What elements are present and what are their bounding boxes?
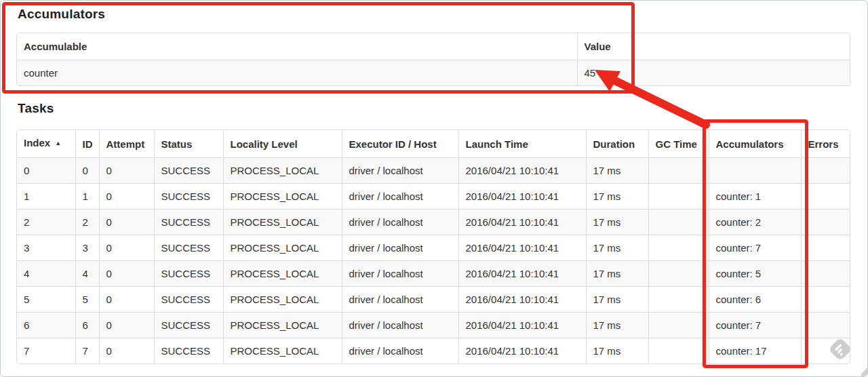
task-row: 7 7 0 SUCCESS PROCESS_LOCAL driver / loc… bbox=[17, 338, 850, 364]
tasks-heading: Tasks bbox=[18, 101, 54, 116]
task-attempt-cell: 0 bbox=[99, 158, 154, 184]
task-accumulators-cell: counter: 7 bbox=[709, 235, 801, 261]
task-launch-time-cell: 2016/04/21 10:10:41 bbox=[458, 287, 586, 313]
locality-level-column-header[interactable]: Locality Level bbox=[223, 130, 342, 158]
task-locality-cell: PROCESS_LOCAL bbox=[223, 184, 342, 210]
task-status-cell: SUCCESS bbox=[154, 287, 223, 313]
attempt-column-header[interactable]: Attempt bbox=[99, 130, 154, 158]
task-status-cell: SUCCESS bbox=[154, 313, 223, 338]
task-locality-cell: PROCESS_LOCAL bbox=[223, 313, 342, 338]
task-status-cell: SUCCESS bbox=[154, 184, 223, 210]
task-id-cell: 7 bbox=[75, 338, 99, 364]
task-locality-cell: PROCESS_LOCAL bbox=[223, 235, 342, 261]
task-id-cell: 6 bbox=[75, 313, 99, 338]
task-id-cell: 4 bbox=[75, 261, 99, 287]
task-row: 5 5 0 SUCCESS PROCESS_LOCAL driver / loc… bbox=[17, 287, 850, 313]
task-launch-time-cell: 2016/04/21 10:10:41 bbox=[458, 184, 586, 210]
task-locality-cell: PROCESS_LOCAL bbox=[223, 158, 342, 184]
task-duration-cell: 17 ms bbox=[586, 287, 648, 313]
task-locality-cell: PROCESS_LOCAL bbox=[223, 287, 342, 313]
accumulable-value-cell: 45 bbox=[577, 60, 850, 85]
task-errors-cell bbox=[801, 235, 850, 261]
task-index-cell: 4 bbox=[17, 261, 75, 287]
task-accumulators-cell: counter: 2 bbox=[709, 210, 801, 235]
task-attempt-cell: 0 bbox=[99, 210, 154, 235]
task-index-cell: 6 bbox=[17, 313, 75, 338]
spark-ui-stage-page: Accumulators Accumulable Value counter 4… bbox=[0, 0, 868, 377]
index-column-header[interactable]: Index▲ bbox=[17, 130, 75, 158]
accumulators-heading: Accumulators bbox=[18, 7, 105, 22]
task-errors-cell bbox=[801, 287, 850, 313]
task-accumulators-cell: counter: 1 bbox=[709, 184, 801, 210]
accumulable-name-cell: counter bbox=[17, 60, 577, 85]
accumulators-column-header[interactable]: Accumulators bbox=[709, 130, 801, 158]
task-id-cell: 2 bbox=[75, 210, 99, 235]
task-status-cell: SUCCESS bbox=[154, 261, 223, 287]
task-errors-cell bbox=[801, 158, 850, 184]
task-index-cell: 2 bbox=[17, 210, 75, 235]
task-row: 2 2 0 SUCCESS PROCESS_LOCAL driver / loc… bbox=[17, 210, 850, 235]
task-attempt-cell: 0 bbox=[99, 235, 154, 261]
task-gc-time-cell bbox=[648, 313, 709, 338]
task-errors-cell bbox=[801, 210, 850, 235]
task-id-cell: 0 bbox=[75, 158, 99, 184]
task-executor-cell: driver / localhost bbox=[342, 287, 458, 313]
task-launch-time-cell: 2016/04/21 10:10:41 bbox=[458, 235, 586, 261]
duration-column-header[interactable]: Duration bbox=[586, 130, 648, 158]
task-accumulators-cell bbox=[709, 158, 801, 184]
task-gc-time-cell bbox=[648, 287, 709, 313]
task-index-cell: 7 bbox=[17, 338, 75, 364]
task-row: 4 4 0 SUCCESS PROCESS_LOCAL driver / loc… bbox=[17, 261, 850, 287]
task-index-cell: 5 bbox=[17, 287, 75, 313]
task-gc-time-cell bbox=[648, 210, 709, 235]
task-launch-time-cell: 2016/04/21 10:10:41 bbox=[458, 313, 586, 338]
partial-watermark-icon bbox=[860, 366, 868, 377]
tasks-table: Index▲ ID Attempt Status Locality Level … bbox=[16, 130, 850, 364]
task-launch-time-cell: 2016/04/21 10:10:41 bbox=[458, 158, 586, 184]
task-duration-cell: 17 ms bbox=[586, 235, 648, 261]
task-id-cell: 1 bbox=[75, 184, 99, 210]
accumulable-column-header: Accumulable bbox=[17, 33, 577, 60]
gc-time-column-header[interactable]: GC Time bbox=[648, 130, 709, 158]
task-locality-cell: PROCESS_LOCAL bbox=[223, 210, 342, 235]
task-duration-cell: 17 ms bbox=[586, 158, 648, 184]
task-accumulators-cell: counter: 7 bbox=[709, 313, 801, 338]
task-executor-cell: driver / localhost bbox=[342, 235, 458, 261]
accumulators-table-header-row: Accumulable Value bbox=[17, 33, 850, 60]
status-column-header[interactable]: Status bbox=[154, 130, 223, 158]
sort-ascending-icon: ▲ bbox=[55, 140, 61, 146]
task-status-cell: SUCCESS bbox=[154, 210, 223, 235]
task-errors-cell bbox=[801, 313, 850, 338]
task-attempt-cell: 0 bbox=[99, 184, 154, 210]
task-launch-time-cell: 2016/04/21 10:10:41 bbox=[458, 338, 586, 364]
task-gc-time-cell bbox=[648, 184, 709, 210]
task-launch-time-cell: 2016/04/21 10:10:41 bbox=[458, 210, 586, 235]
launch-time-column-header[interactable]: Launch Time bbox=[458, 130, 586, 158]
task-duration-cell: 17 ms bbox=[586, 313, 648, 338]
task-status-cell: SUCCESS bbox=[154, 338, 223, 364]
accumulators-table: Accumulable Value counter 45 bbox=[16, 33, 850, 86]
task-id-cell: 5 bbox=[75, 287, 99, 313]
task-gc-time-cell bbox=[648, 158, 709, 184]
task-row: 6 6 0 SUCCESS PROCESS_LOCAL driver / loc… bbox=[17, 313, 850, 338]
accumulator-row: counter 45 bbox=[17, 60, 850, 85]
task-row: 3 3 0 SUCCESS PROCESS_LOCAL driver / loc… bbox=[17, 235, 850, 261]
task-locality-cell: PROCESS_LOCAL bbox=[223, 261, 342, 287]
task-errors-cell bbox=[801, 261, 850, 287]
feedly-watermark-icon bbox=[827, 336, 853, 365]
id-column-header[interactable]: ID bbox=[75, 130, 99, 158]
errors-column-header[interactable]: Errors bbox=[801, 130, 850, 158]
task-attempt-cell: 0 bbox=[99, 261, 154, 287]
task-executor-cell: driver / localhost bbox=[342, 338, 458, 364]
task-duration-cell: 17 ms bbox=[586, 261, 648, 287]
task-index-cell: 3 bbox=[17, 235, 75, 261]
task-accumulators-cell: counter: 5 bbox=[709, 261, 801, 287]
task-duration-cell: 17 ms bbox=[586, 338, 648, 364]
task-row: 0 0 0 SUCCESS PROCESS_LOCAL driver / loc… bbox=[17, 158, 850, 184]
task-index-cell: 0 bbox=[17, 158, 75, 184]
task-attempt-cell: 0 bbox=[99, 313, 154, 338]
task-status-cell: SUCCESS bbox=[154, 235, 223, 261]
executor-id-host-column-header[interactable]: Executor ID / Host bbox=[342, 130, 458, 158]
task-gc-time-cell bbox=[648, 261, 709, 287]
task-accumulators-cell: counter: 17 bbox=[709, 338, 801, 364]
